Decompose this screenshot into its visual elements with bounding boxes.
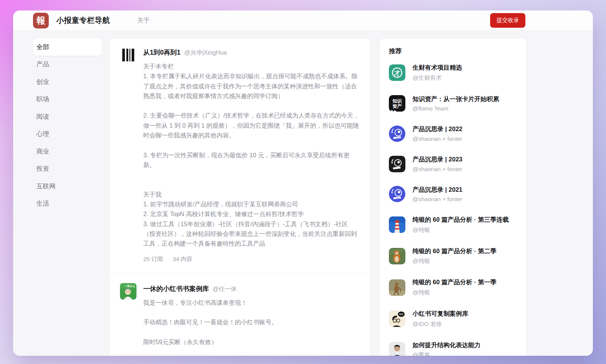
sidebar-item-internet[interactable]: 互联网 <box>33 178 102 195</box>
recommended-item[interactable]: —2021 产品沉思录 | 2021 @shaonan × fonter <box>389 186 517 203</box>
submit-entry-button[interactable]: 提交收录 <box>490 13 525 28</box>
recommended-item[interactable]: 产品沉思录 | 2023 @shaonan × fonter <box>389 155 517 173</box>
feed-item[interactable]: 一休さん 一休的小红书书案例库 @任一休 我是一休哥，专注小红书高课单变现！ 手… <box>120 283 360 347</box>
recommended-title: 产品沉思录 | 2023 <box>412 155 462 163</box>
recommended-title: 纯银的 60 篇产品分析 · 第一季 <box>412 278 496 286</box>
recommended-author: @曹将 <box>412 351 481 356</box>
recommended-author: @纯银 <box>412 257 496 265</box>
subscriber-count: 25 订阅 <box>143 255 163 263</box>
svg-text:一休さん: 一休さん <box>124 285 135 288</box>
chanpin-chensilu-2023-logo-icon <box>389 156 405 172</box>
sidebar-item-all[interactable]: 全部 <box>33 38 102 56</box>
app-card: 報 小报童专栏导航 关于 提交收录 全部 产品 创业 职场 阅读 心理 商业 投… <box>13 10 593 356</box>
recommended-title: 小红书可复制案例库 <box>412 310 468 318</box>
recommended-panel: 推荐 才 生财有术项目精选 @生财有术 <box>380 38 526 356</box>
recommended-author: @flomo Team <box>412 105 499 112</box>
category-sidebar: 全部 产品 创业 职场 阅读 心理 商业 投资 互联网 生活 <box>33 38 102 356</box>
recommended-author: @IDO 老徐 <box>412 320 468 328</box>
recommended-item[interactable]: 纯银的 60 篇产品分析 · 第一季 @纯银 <box>389 278 517 297</box>
monkey-photo-icon <box>389 279 405 296</box>
column-title: 从1到0再到1 <box>143 48 180 57</box>
zhishi-zichan-logo-icon: 知识 资产 <box>389 95 405 112</box>
svg-text:知识: 知识 <box>392 98 402 104</box>
recommended-title: 生财有术项目精选 <box>412 64 462 72</box>
sidebar-item-investing[interactable]: 投资 <box>33 160 102 178</box>
sidebar-item-business[interactable]: 商业 <box>33 143 102 160</box>
recommended-title: 产品沉思录 | 2022 <box>412 125 462 133</box>
recommended-author: @纯银 <box>412 226 509 234</box>
nav-about-link[interactable]: 关于 <box>137 16 150 25</box>
brand-link[interactable]: 報 小报童专栏导航 <box>33 13 110 28</box>
column-stats: 25 订阅 34 内容 <box>143 255 360 263</box>
recommended-item[interactable]: 如何提升结构化表达能力 @曹将 <box>389 341 517 356</box>
recommended-item[interactable]: 知识 资产 知识资产：从一张卡片开始积累 @flomo Team <box>389 95 517 112</box>
column-title: 一休的小红书书案例库 <box>143 284 209 293</box>
svg-text:资产: 资产 <box>393 104 402 109</box>
ido-laoxu-avatar-icon: IDO <box>389 310 405 327</box>
recommended-item[interactable]: 纯银的 60 篇产品分析 · 第二季 @纯银 <box>389 247 517 266</box>
recommended-item[interactable]: 纯银的 60 篇产品分析 · 第三季连载 @纯银 <box>389 216 517 234</box>
feed-divider <box>110 273 370 273</box>
app-logo-icon: 報 <box>33 13 49 28</box>
feed-item-body: 一休的小红书书案例库 @任一休 我是一休哥，专注小红书高课单变现！ 手动精选！肉… <box>143 283 360 347</box>
sidebar-item-startup[interactable]: 创业 <box>33 73 102 91</box>
recommended-author: @shaonan × fonter <box>412 166 462 173</box>
sidebar-item-reading[interactable]: 阅读 <box>33 108 102 125</box>
recommended-item[interactable]: —2022 产品沉思录 | 2022 @shaonan × fonter <box>389 125 517 142</box>
recommended-item[interactable]: IDO 小红书可复制案例库 @IDO 老徐 <box>389 310 517 328</box>
sidebar-item-career[interactable]: 职场 <box>33 91 102 108</box>
svg-text:IDO: IDO <box>399 313 404 316</box>
recommended-author: @shaonan × fonter <box>412 196 462 203</box>
yixiu-avatar-icon: 一休さん <box>120 283 136 300</box>
svg-text:才: 才 <box>394 70 400 77</box>
chanpin-chensilu-2021-logo-icon: —2021 <box>389 186 405 202</box>
column-feed: 从1到0再到1 @兴华|XingHua 关于本专栏 1. 本专栏属于私人碎片化表… <box>109 38 370 356</box>
caojiang-avatar-icon <box>389 342 405 356</box>
feed-item[interactable]: 从1到0再到1 @兴华|XingHua 关于本专栏 1. 本专栏属于私人碎片化表… <box>120 47 360 263</box>
column-author: @兴华|XingHua <box>184 49 227 57</box>
shengcai-youshu-logo-icon: 才 <box>389 64 405 81</box>
sidebar-item-psychology[interactable]: 心理 <box>33 125 102 143</box>
column-description: 关于本专栏 1. 本专栏属于私人碎片化表达而非知识输出，观点很可能不成熟也不成体… <box>143 61 360 249</box>
recommended-title: 知识资产：从一张卡片开始积累 <box>412 95 499 103</box>
recommended-author: @纯银 <box>412 289 496 297</box>
chanpin-chensilu-2022-logo-icon: —2022 <box>389 125 405 142</box>
header: 報 小报童专栏导航 关于 提交收录 <box>13 10 593 31</box>
content-count: 34 内容 <box>173 255 193 263</box>
recommended-title: 如何提升结构化表达能力 <box>412 341 481 349</box>
recommended-title: 纯银的 60 篇产品分析 · 第三季连载 <box>412 216 509 224</box>
sidebar-item-product[interactable]: 产品 <box>33 56 102 73</box>
golden-monkey-photo-icon <box>389 248 405 264</box>
recommended-author: @shaonan × fonter <box>412 136 462 142</box>
recommended-heading: 推荐 <box>389 47 517 55</box>
recommended-author: @生财有术 <box>412 74 462 82</box>
feed-item-body: 从1到0再到1 @兴华|XingHua 关于本专栏 1. 本专栏属于私人碎片化表… <box>143 47 360 263</box>
content-area: 全部 产品 创业 职场 阅读 心理 商业 投资 互联网 生活 <box>13 31 593 356</box>
sidebar-item-life[interactable]: 生活 <box>33 195 102 213</box>
barcode-avatar-icon <box>120 47 136 63</box>
lighthouse-photo-icon <box>389 216 405 233</box>
recommended-item[interactable]: 才 生财有术项目精选 @生财有术 <box>389 64 517 82</box>
recommended-title: 产品沉思录 | 2021 <box>412 186 462 194</box>
page-title: 小报童专栏导航 <box>56 15 110 25</box>
column-description: 我是一休哥，专注小红书高课单变现！ 手动精选！肉眼可见！一看就会！的小红书账号。… <box>143 298 360 347</box>
recommended-title: 纯银的 60 篇产品分析 · 第二季 <box>412 247 496 255</box>
column-author: @任一休 <box>213 285 237 293</box>
